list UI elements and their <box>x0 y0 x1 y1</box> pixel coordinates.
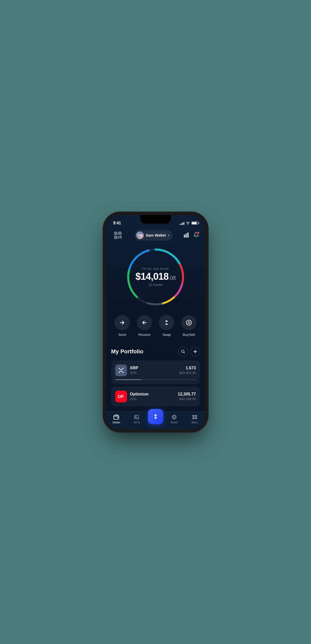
balance-circle: TOTAL BALANCE $14,018.08 12 Assets <box>125 246 186 307</box>
portfolio-header-actions <box>178 347 200 356</box>
nfts-icon <box>134 414 140 420</box>
header-actions <box>184 232 199 239</box>
nav-web3-label: Web3 <box>170 421 178 424</box>
web3-icon <box>171 414 177 420</box>
wallet-icon <box>113 414 119 420</box>
balance-cents: .08 <box>169 274 176 281</box>
nav-wallet-label: Wallet <box>112 421 120 424</box>
xrp-usd: $43,003.34 <box>179 371 196 375</box>
asset-item-optimism[interactable]: OP Optimism 31% 12,305.77 $42,149.56 <box>111 387 200 406</box>
portfolio-header: My Portfolio <box>111 347 200 356</box>
xrp-amount: 1.673 <box>179 366 196 370</box>
balance-dollars: $14,018 <box>136 271 169 282</box>
swap-icon <box>164 320 169 325</box>
send-icon <box>119 320 125 325</box>
xrp-progress-bar <box>115 379 196 380</box>
nav-center[interactable] <box>147 414 164 424</box>
status-time: 9:41 <box>113 221 121 225</box>
swap-label: Swap <box>162 333 171 337</box>
nav-web3[interactable]: Web3 <box>164 414 184 424</box>
svg-rect-43 <box>195 417 197 419</box>
nav-wallet[interactable]: Wallet <box>106 414 127 424</box>
xrp-icon <box>115 365 127 376</box>
search-icon <box>181 350 185 354</box>
add-icon <box>193 350 197 354</box>
header: SW Sam Wallet ▾ <box>106 228 205 244</box>
xrp-progress-fill <box>115 379 141 380</box>
wallet-selector[interactable]: SW Sam Wallet ▾ <box>135 230 172 241</box>
balance-amount: $14,018.08 <box>136 271 176 282</box>
balance-info: TOTAL BALANCE $14,018.08 12 Assets <box>136 267 176 287</box>
portfolio-search-button[interactable] <box>178 347 188 356</box>
optimism-icon: OP <box>115 391 127 402</box>
nav-more-label: More <box>191 421 198 424</box>
svg-rect-40 <box>192 415 194 417</box>
buysell-button[interactable]: $ Buy/Sell <box>181 315 197 337</box>
avatar: SW <box>136 232 144 239</box>
optimism-amount: 12,305.77 <box>178 392 196 397</box>
receive-icon <box>142 320 147 325</box>
optimism-name: Optimism <box>130 392 175 397</box>
swap-button[interactable]: Swap <box>159 315 174 337</box>
optimism-info: Optimism 31% <box>130 392 175 401</box>
notification-bell-wrapper <box>193 232 199 239</box>
nav-more[interactable]: More <box>184 414 205 424</box>
svg-rect-42 <box>192 417 194 419</box>
phone-frame: 9:41 <box>106 215 205 429</box>
portfolio-title: My Portfolio <box>111 348 143 355</box>
svg-rect-11 <box>186 234 187 238</box>
optimism-percent: 31% <box>130 397 175 401</box>
bottom-nav: Wallet NFTs <box>106 411 205 429</box>
xrp-name: XRP <box>130 366 176 370</box>
xrp-percent: 32% <box>130 371 176 375</box>
wallet-name: Sam Wallet <box>146 233 166 237</box>
buysell-icon: $ <box>186 319 192 326</box>
svg-text:OP: OP <box>118 394 124 399</box>
signal-icon <box>180 221 184 225</box>
action-buttons: Send Receive <box>106 312 205 343</box>
buysell-label: Buy/Sell <box>183 333 195 337</box>
svg-rect-5 <box>115 237 116 238</box>
balance-label: TOTAL BALANCE <box>136 267 176 270</box>
portfolio-section: My Portfolio <box>106 343 205 406</box>
battery-icon <box>191 221 198 225</box>
chart-button[interactable] <box>184 232 190 239</box>
optimism-values: 12,305.77 $42,149.56 <box>178 392 196 401</box>
xrp-info: XRP 32% <box>130 366 176 375</box>
svg-rect-12 <box>187 233 189 238</box>
chevron-down-icon: ▾ <box>168 234 169 237</box>
center-action-button[interactable] <box>148 409 163 424</box>
portfolio-add-button[interactable] <box>190 347 200 356</box>
scan-icon <box>114 231 122 239</box>
send-button[interactable]: Send <box>114 315 130 337</box>
balance-section: TOTAL BALANCE $14,018.08 12 Assets <box>106 244 205 312</box>
phone-screen: 9:41 <box>106 215 205 429</box>
more-icon <box>192 414 198 420</box>
receive-label: Receive <box>138 333 150 337</box>
notification-dot <box>197 232 200 234</box>
wifi-icon <box>186 221 190 225</box>
status-icons <box>180 221 198 225</box>
optimism-usd: $42,149.56 <box>178 397 196 401</box>
notch <box>140 215 171 224</box>
svg-rect-3 <box>115 233 116 234</box>
svg-point-26 <box>182 350 184 353</box>
svg-line-27 <box>184 352 185 353</box>
svg-rect-32 <box>117 417 118 418</box>
nav-nfts-label: NFTs <box>134 421 140 424</box>
svg-text:$: $ <box>188 321 190 324</box>
assets-count: 12 Assets <box>136 283 176 287</box>
chart-icon <box>184 232 190 238</box>
svg-rect-41 <box>195 415 197 417</box>
receive-button[interactable]: Receive <box>137 315 152 337</box>
center-action-icon <box>152 413 159 420</box>
scan-button[interactable] <box>112 230 123 241</box>
xrp-values: 1.673 $43,003.34 <box>179 366 196 375</box>
svg-rect-4 <box>119 233 120 234</box>
asset-item-xrp[interactable]: XRP 32% 1.673 $43,003.34 <box>111 360 200 384</box>
send-label: Send <box>118 333 126 337</box>
nav-nfts[interactable]: NFTs <box>127 414 147 424</box>
svg-rect-10 <box>184 235 185 238</box>
